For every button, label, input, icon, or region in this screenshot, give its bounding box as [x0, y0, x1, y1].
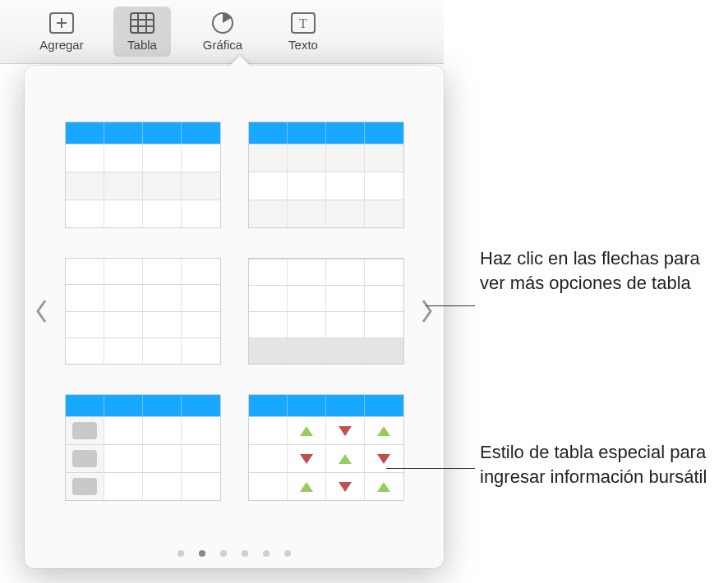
down-triangle-icon: [339, 482, 352, 492]
add-icon: [48, 11, 76, 34]
toolbar-label: Agregar: [39, 38, 83, 52]
svg-text:T: T: [299, 16, 307, 30]
chevron-left-icon: [35, 299, 47, 324]
up-triangle-icon: [300, 482, 313, 492]
callout-leader-line: [426, 305, 475, 306]
page-dot-6[interactable]: [284, 550, 291, 557]
table-style-row-headers[interactable]: [65, 394, 221, 501]
chevron-right-icon: [422, 299, 433, 324]
table-style-plain[interactable]: [65, 258, 221, 365]
table-style-popover: [25, 66, 444, 568]
page-dot-3[interactable]: [220, 550, 227, 557]
table-styles-grid: [58, 118, 411, 504]
down-triangle-icon: [339, 426, 352, 436]
up-triangle-icon: [339, 454, 352, 464]
previous-page-button[interactable]: [25, 299, 58, 324]
up-triangle-icon: [377, 482, 390, 492]
chart-icon: [209, 11, 237, 34]
table-style-header-alt-1[interactable]: [65, 122, 221, 228]
callout-arrows: Haz clic en las flechas para ver más opc…: [480, 246, 726, 295]
toolbar-label: Tabla: [127, 38, 157, 52]
text-icon: T: [289, 11, 317, 34]
table-icon: [128, 11, 156, 34]
svg-rect-3: [131, 13, 154, 33]
page-dot-2[interactable]: [199, 550, 205, 557]
page-dot-4[interactable]: [242, 550, 248, 557]
down-triangle-icon: [377, 454, 390, 464]
down-triangle-icon: [300, 454, 313, 464]
callout-stock: Estilo de tabla especial para ingresar i…: [480, 440, 726, 489]
table-button[interactable]: Tabla: [113, 7, 171, 57]
next-page-button[interactable]: [411, 299, 444, 324]
callout-leader-line: [386, 468, 475, 469]
chart-button[interactable]: Gráfica: [194, 7, 251, 57]
text-button[interactable]: T Texto: [274, 7, 332, 57]
page-dot-5[interactable]: [263, 550, 270, 557]
page-indicator: [25, 550, 444, 557]
toolbar-label: Gráfica: [203, 38, 242, 52]
up-triangle-icon: [377, 426, 390, 436]
table-style-footer[interactable]: [248, 258, 404, 365]
table-style-header-alt-2[interactable]: [248, 122, 404, 228]
toolbar-label: Texto: [288, 38, 318, 52]
up-triangle-icon: [300, 426, 313, 436]
page-dot-1[interactable]: [177, 550, 184, 557]
add-button[interactable]: Agregar: [33, 7, 90, 57]
toolbar: Agregar Tabla Gráfica T Texto: [0, 0, 444, 64]
table-style-stock[interactable]: [248, 394, 404, 501]
